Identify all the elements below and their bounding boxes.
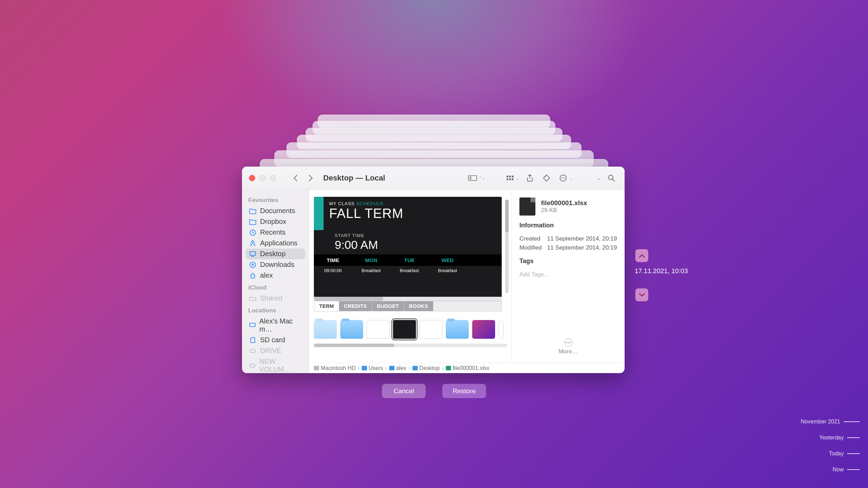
computer-icon [249,321,256,329]
sheet-tab-budget[interactable]: BUDGET [372,301,404,311]
svg-point-14 [564,178,565,179]
svg-point-12 [561,178,562,179]
drive-icon [249,362,256,369]
pathbar-segment[interactable]: file000001.xlsx [446,365,490,371]
svg-rect-6 [512,176,514,177]
sidebar-item-newvolume: NEW VOLUM… [245,356,305,373]
sidebar-heading-locations: Locations [245,304,305,316]
display-icon [249,250,257,258]
tags-heading: Tags [519,258,617,265]
svg-rect-2 [469,178,471,178]
chevron-down-icon: ⌄ [569,176,573,180]
sidebar-item-applications[interactable]: Applications [245,238,305,249]
shared-icon [249,295,257,302]
chevron-down-icon[interactable]: ⌄ [597,175,601,181]
sdcard-icon [249,336,257,344]
fullscreen-window-button[interactable] [270,175,276,181]
file-size: 29 KB [541,207,587,214]
file-name: file000001.xlsx [541,199,587,207]
thumbnail-selected[interactable] [393,320,416,339]
back-button[interactable] [290,173,301,184]
drive-icon [249,347,257,355]
pathbar-segment[interactable]: Desktop [412,365,440,371]
svg-rect-7 [507,178,508,180]
svg-rect-3 [469,179,471,179]
sidebar-item-desktop[interactable]: Desktop [245,249,305,259]
sidebar-item-mac[interactable]: Alex's Mac m… [245,316,305,335]
sidebar-item-sdcard[interactable]: SD card [245,335,305,345]
pathbar-segment[interactable]: Users [362,365,383,371]
pathbar-segment[interactable]: Macintosh HD [314,365,356,371]
tags-button[interactable] [540,173,553,184]
action-button[interactable] [557,173,569,184]
snapshot-up-button[interactable] [635,249,648,262]
sidebar-item-downloads[interactable]: Downloads [245,259,305,270]
pathbar-segment[interactable]: alex [389,365,406,371]
folder-icon [249,207,257,215]
home-icon [249,272,257,279]
svg-point-10 [544,176,545,177]
sidebar-item-documents[interactable]: Documents [245,205,305,216]
tags-input[interactable]: Add Tags… [519,271,617,278]
apps-icon [249,239,257,247]
sheet-tab-books[interactable]: BOOKS [404,301,433,311]
info-panel: file000001.xlsx 29 KB Information Create… [511,190,625,363]
titlebar: Desktop — Local ⌃⌄ ⌄ ⌄ ⌄ [242,167,625,190]
svg-rect-18 [250,252,256,255]
path-bar: Macintosh HD› Users› alex› Desktop› file… [309,363,625,373]
svg-rect-8 [509,178,511,180]
thumbnail-horizontal-scrollbar[interactable] [314,344,507,347]
svg-point-13 [563,178,564,179]
cancel-button[interactable]: Cancel [382,384,426,398]
snapshot-timestamp: 17.11.2021, 10:03 [635,267,688,275]
folder-icon [412,366,418,370]
thumbnail-folder[interactable] [340,320,363,339]
restore-button[interactable]: Restore [442,384,486,398]
chevron-down-icon: ⌄ [516,176,519,180]
chevron-updown-icon: ⌃⌄ [479,176,485,180]
sidebar-item-recents[interactable]: Recents [245,227,305,238]
minimize-window-button[interactable] [259,175,266,181]
disk-icon [314,366,319,370]
sidebar-item-dropbox[interactable]: Dropbox [245,216,305,227]
info-heading: Information [519,222,617,229]
file-icon [519,197,535,216]
folder-icon [362,366,367,370]
gallery-preview: MY CLASS SCHEDULE FALL TERM START TIME 9… [309,190,511,363]
search-button[interactable] [605,173,618,184]
thumbnail-image[interactable] [472,320,495,339]
sidebar-heading-favourites: Favourites [245,193,305,205]
sheet-tab-term[interactable]: TERM [314,301,339,311]
svg-point-23 [250,364,255,367]
svg-rect-1 [469,177,471,177]
sidebar-item-shared: Shared [245,293,305,304]
thumbnail-doc[interactable] [367,320,390,339]
view-mode-button[interactable] [466,173,479,184]
close-window-button[interactable] [249,175,255,181]
timeline[interactable]: November 2021 Yesterday Today Now [801,414,860,478]
forward-button[interactable] [305,173,316,184]
thumbnail-folder[interactable] [314,320,337,339]
xlsx-icon [446,366,451,370]
more-button[interactable]: More… [519,348,617,355]
svg-rect-9 [512,178,514,180]
download-icon [249,261,257,269]
folder-icon [249,218,257,226]
preview-horizontal-scrollbar[interactable] [314,297,502,301]
sheet-tabs: TERM CREDITS BUDGET BOOKS [314,301,502,311]
window-title: Desktop — Local [323,174,385,183]
svg-point-22 [250,349,256,353]
sidebar-heading-icloud: iCloud [245,281,305,293]
share-button[interactable] [524,173,536,184]
svg-line-16 [612,179,615,181]
thumbnail-doc[interactable] [499,320,503,339]
snapshot-down-button[interactable] [635,288,648,301]
group-button[interactable] [504,173,516,184]
vertical-scrollbar[interactable] [505,200,509,293]
folder-icon [389,366,394,370]
clock-icon [249,229,257,236]
thumbnail-doc[interactable] [419,320,442,339]
sheet-tab-credits[interactable]: CREDITS [339,301,372,311]
sidebar-item-home[interactable]: alex [245,270,305,281]
thumbnail-folder[interactable] [446,320,469,339]
